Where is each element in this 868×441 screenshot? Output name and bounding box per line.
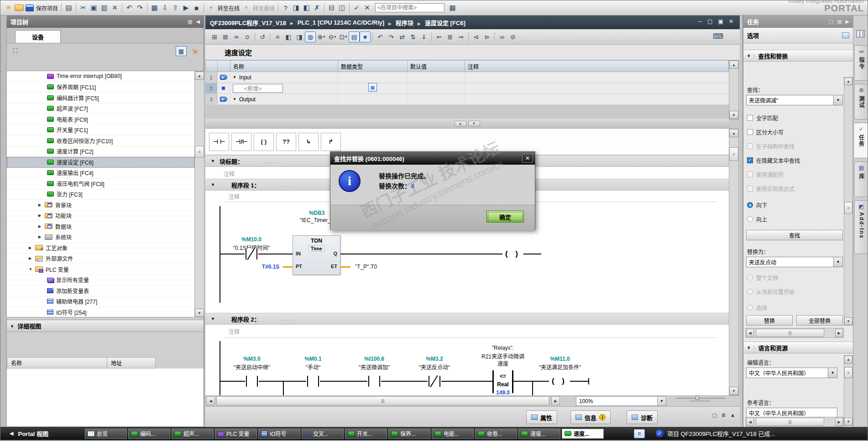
breadcrumb-item[interactable]: PLC_1 [CPU 1214C AC/DC/Rly] [286, 19, 384, 26]
online-check-icon[interactable]: ✓ [351, 2, 362, 13]
details-view-toggle-icon[interactable]: ▦ [176, 46, 187, 56]
scroll-thumb[interactable]: ≡ [844, 202, 852, 214]
copy-icon[interactable]: ▣ [89, 2, 99, 13]
split-horizontal-icon[interactable]: ⊟ [326, 2, 337, 13]
apply-snapshot-icon[interactable]: ≎ [242, 31, 253, 42]
editor-toolbar-item[interactable] [270, 32, 270, 42]
expand-arrow-icon[interactable] [29, 256, 35, 260]
tree-item[interactable]: 速度输出 [FC4] [7, 168, 194, 179]
replace-scope-option[interactable]: 选择 [747, 304, 767, 311]
find-option[interactable]: 在隐藏文本中查找 [747, 156, 800, 164]
pin-q[interactable]: Q [333, 251, 337, 256]
tree-item[interactable]: 显示所有变量 [7, 275, 194, 286]
operand-address[interactable]: %M11.0 [550, 356, 570, 362]
operand-address[interactable]: %M0.1 [304, 356, 321, 362]
monitor-line-icon[interactable]: ≣ [444, 31, 455, 42]
layout-grid-icon[interactable] [857, 30, 865, 37]
delete-network-icon[interactable]: ⊖ [327, 31, 338, 42]
find-button[interactable]: 查找 [746, 230, 843, 240]
toolbar-item[interactable] [349, 3, 350, 12]
compare-operator[interactable]: <= [492, 373, 513, 379]
lock-icon[interactable]: ⊘ [507, 31, 518, 42]
checkbox[interactable] [747, 143, 753, 149]
redo-jump-icon[interactable]: ↷ [386, 31, 397, 42]
toolbar-item[interactable] [324, 3, 324, 12]
editor-taskbar-button[interactable]: 电能... [432, 429, 474, 439]
snapshot-icon[interactable]: ≍ [231, 31, 242, 42]
compare-operand-name[interactable]: R21夹送手动微调 [481, 352, 524, 360]
column-header[interactable]: 默认值 [407, 60, 465, 72]
operand-name[interactable]: "夹送反点动" [419, 363, 450, 371]
expander-icon[interactable]: ▼ [233, 75, 236, 79]
tree-item[interactable]: 保养周期 [FC11] [7, 82, 194, 93]
network-comment[interactable]: 注释 [229, 327, 240, 335]
open-project-icon[interactable] [15, 5, 24, 11]
update-calls-icon[interactable]: ⇄ [397, 31, 408, 42]
radio[interactable] [747, 305, 753, 311]
operand-address[interactable]: %M3.0 [243, 356, 260, 362]
panel-hscrollbar[interactable]: ◀ ||| ▶ [745, 328, 844, 338]
tree-item[interactable]: 数据块 [7, 221, 194, 232]
no-contact-icon[interactable]: ⊣ ⊢ [209, 133, 229, 151]
online-cross-icon[interactable]: ✕ [362, 2, 372, 13]
toolbar-item[interactable] [122, 3, 122, 12]
panel-split-icon[interactable]: ▥ [837, 19, 842, 25]
scroll-up-icon[interactable]: ▲ [195, 72, 204, 80]
stop-simulation-icon[interactable]: ◧ [301, 2, 312, 13]
toolbar-item[interactable]: 转至在线 [216, 2, 241, 13]
nc-contact-icon[interactable]: ⊣/⊢ [231, 133, 251, 151]
scroll-right-icon[interactable]: ▶ [835, 329, 843, 337]
go-offline-icon[interactable]: ⚡ [241, 2, 251, 13]
scroll-down-icon[interactable]: ▼ [844, 418, 852, 425]
operand-address[interactable]: %M10.0 [241, 236, 261, 243]
find-replace-section-header[interactable]: ∨ 查找和替换 [743, 50, 853, 62]
tree-item[interactable]: 收卷区间恒张力 [FC10] [7, 135, 194, 146]
editor-toolbar-item[interactable] [372, 32, 373, 42]
tree-item[interactable]: 外部源文件 [7, 254, 194, 265]
operand-name[interactable]: "夹送启动中继" [234, 363, 271, 371]
expander-icon[interactable]: ▼ [233, 97, 236, 101]
scroll-thumb[interactable]: ≡ [844, 367, 852, 378]
search-direction-option[interactable]: 向上 [747, 215, 767, 223]
insert-box-icon[interactable]: ⊡ [338, 31, 349, 42]
insert-row-icon[interactable]: ⊞ [209, 31, 220, 42]
pin-et[interactable]: ET [331, 264, 337, 269]
download-block-icon[interactable]: ⇓ [418, 31, 429, 42]
et-operand[interactable]: "T_P".T0 [355, 264, 377, 270]
column-header[interactable]: 名称 [230, 60, 338, 72]
expand-arrow-icon[interactable] [29, 246, 35, 250]
tree-item[interactable]: 辅助继电器 [277] [7, 296, 194, 307]
close-branch-icon[interactable]: ↱ [321, 133, 341, 151]
side-tab[interactable]: ✓ 任务 [854, 123, 868, 158]
monitor-fwd-icon[interactable]: ⇒ [455, 31, 466, 42]
column-header[interactable]: 地址 [107, 357, 156, 368]
scroll-left-icon[interactable]: ◀ [746, 418, 754, 426]
ok-button[interactable]: 确定 [486, 211, 524, 223]
go-online-icon[interactable]: ⚡ [206, 2, 216, 13]
scroll-down-icon[interactable]: ▼ [729, 111, 738, 119]
nc-contact[interactable] [428, 376, 441, 387]
compare-operand[interactable]: "Relays". [492, 345, 514, 351]
compare-datatype[interactable]: Real [492, 381, 513, 388]
tree-item[interactable]: 工艺对象 [7, 243, 194, 254]
toolbar-item[interactable] [147, 3, 147, 12]
panel-scrollbar[interactable]: ▲ ≡ ▼ [844, 355, 853, 426]
open-branch-icon[interactable]: ↳ [298, 133, 319, 151]
expand-arrow-icon[interactable] [29, 267, 35, 271]
radio[interactable] [747, 216, 753, 222]
goto-prev-icon[interactable]: ⊲ [471, 31, 481, 42]
editor-taskbar-button[interactable]: 保养... [388, 429, 430, 439]
panel-hscrollbar[interactable]: ◀ ||| ▶ [745, 417, 844, 427]
chevron-down-icon[interactable]: ▼ [833, 257, 842, 267]
replace-button[interactable]: 替换 [746, 315, 793, 326]
undo-jump-icon[interactable]: ↶ [375, 31, 386, 42]
zoom-slider[interactable]: ıııııııııııııı [675, 398, 726, 404]
paste-icon[interactable]: ▥ [99, 2, 110, 13]
glasses-icon[interactable]: ∞ [497, 31, 507, 42]
cut-icon[interactable]: ✂ [78, 2, 89, 13]
editor-taskbar-button[interactable]: 总览 [85, 429, 127, 439]
panel-scrollbar[interactable]: ▲ ≡ ▼ [844, 77, 853, 326]
table-row[interactable]: 1 ▼Input [205, 72, 729, 83]
network-2-header[interactable]: ▼ 程序段 2： ...... [205, 313, 729, 325]
monitor-back-icon[interactable]: ⇐ [434, 31, 444, 42]
